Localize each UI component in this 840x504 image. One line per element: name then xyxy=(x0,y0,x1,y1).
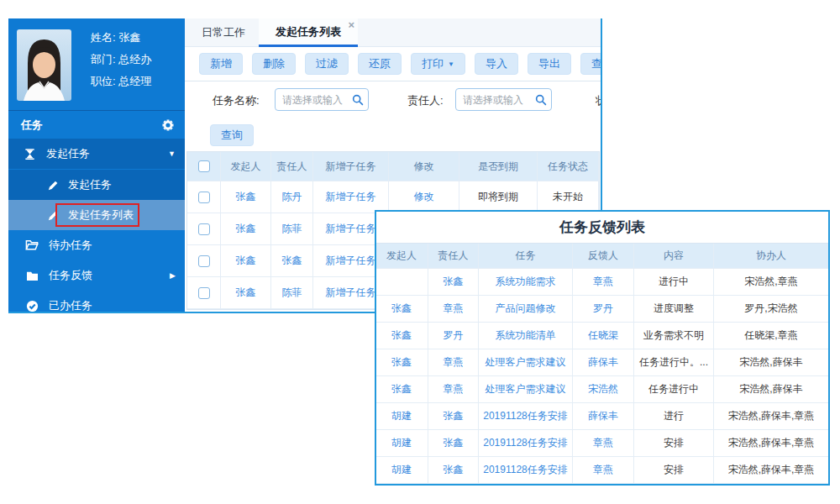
cell-link[interactable]: 张鑫 xyxy=(236,254,256,268)
cell-link[interactable]: 陈丹 xyxy=(282,190,302,204)
cell-link[interactable]: 薛保丰 xyxy=(588,355,618,370)
cell-link[interactable]: 张鑫 xyxy=(391,355,412,370)
text-cell: 进行中 xyxy=(634,269,714,296)
search-icon[interactable] xyxy=(352,94,364,109)
cell-link[interactable]: 章燕 xyxy=(444,382,464,396)
sidebar-item-initiate-task[interactable]: 发起任务 xyxy=(8,170,185,200)
sidebar-item-pending-tasks[interactable]: 待办任务 xyxy=(8,230,185,260)
cell-link[interactable]: 新增子任务 xyxy=(326,222,376,236)
link-cell: 新增子任务 xyxy=(313,181,389,213)
filter-bar: 任务名称: 责任人: 状态: xyxy=(185,81,601,119)
link-cell: 胡建 xyxy=(375,430,428,457)
owner-field xyxy=(455,88,552,111)
link-cell: 章燕 xyxy=(428,349,479,376)
sidebar-section-tasks: 任务 xyxy=(8,110,185,139)
cell-link[interactable]: 20191128任务安排 xyxy=(483,436,568,450)
cell-link[interactable]: 张鑫 xyxy=(236,190,256,204)
link-cell: 处理客户需求建议 xyxy=(479,349,573,376)
chevron-down-icon[interactable]: ▼ xyxy=(168,150,176,158)
cell-link[interactable]: 处理客户需求建议 xyxy=(486,382,566,396)
row-checkbox[interactable] xyxy=(198,287,210,299)
view-log-button[interactable]: 查看日志 xyxy=(580,53,601,75)
link-cell: 罗丹 xyxy=(573,296,634,323)
link-cell: 张鑫 xyxy=(221,213,271,245)
cell-link[interactable]: 修改 xyxy=(414,190,434,204)
cell-link[interactable]: 20191128任务安排 xyxy=(483,463,568,477)
cell-link[interactable]: 系统功能需求 xyxy=(496,275,556,289)
close-icon[interactable]: × xyxy=(348,19,354,31)
sidebar-item-completed-tasks[interactable]: 已办任务 xyxy=(8,291,185,312)
cell-link[interactable]: 张鑫 xyxy=(391,328,412,343)
sidebar-item-task-feedback[interactable]: 任务反馈 ▶ xyxy=(8,260,185,291)
cell-link[interactable]: 陈菲 xyxy=(282,222,302,236)
cell-link[interactable]: 罗丹 xyxy=(444,328,464,343)
search-icon[interactable] xyxy=(535,94,547,109)
text-cell: 宋浩然,薛保丰,章燕 xyxy=(714,457,829,484)
cell-link[interactable]: 章燕 xyxy=(593,463,613,477)
cell-link[interactable]: 章燕 xyxy=(444,302,464,316)
header-checkbox-cell xyxy=(187,152,221,181)
cell-link[interactable]: 张鑫 xyxy=(391,302,412,316)
cell-link[interactable]: 章燕 xyxy=(593,275,613,289)
cell-link[interactable]: 20191128任务安排 xyxy=(483,409,568,423)
cell-link[interactable]: 新增子任务 xyxy=(326,190,376,204)
export-button[interactable]: 导出 xyxy=(528,53,571,75)
table-header-row: 发起人责任人新增子任务修改是否到期任务状态 xyxy=(187,152,599,181)
cell-link[interactable]: 陈菲 xyxy=(282,286,302,300)
row-checkbox[interactable] xyxy=(198,255,210,267)
cell-link[interactable]: 张鑫 xyxy=(236,286,256,300)
gear-icon[interactable] xyxy=(161,118,175,134)
sidebar-item-initiate-task-parent[interactable]: 发起任务 ▼ xyxy=(8,139,185,169)
cell-link[interactable]: 薛保丰 xyxy=(588,409,618,423)
cell-link[interactable]: 新增子任务 xyxy=(326,286,376,300)
cell-link[interactable]: 产品问题修改 xyxy=(496,302,556,316)
feedback-table: 发起人责任人任务反馈人内容协办人张鑫系统功能需求章燕进行中宋浩然,章燕张鑫章燕产… xyxy=(375,243,829,485)
cell-link[interactable]: 胡建 xyxy=(391,409,412,423)
delete-button[interactable]: 删除 xyxy=(252,53,296,75)
cell-link[interactable]: 章燕 xyxy=(593,436,613,450)
cell-link[interactable]: 宋浩然 xyxy=(588,382,618,396)
cell-link[interactable]: 系统功能清单 xyxy=(496,328,556,343)
cell-link[interactable]: 新增子任务 xyxy=(326,254,376,268)
cell-link[interactable]: 张鑫 xyxy=(391,382,412,396)
cell-link[interactable]: 张鑫 xyxy=(282,254,302,268)
link-cell: 任晓渠 xyxy=(573,323,634,349)
column-header: 内容 xyxy=(634,244,714,269)
text-cell: 业务需求不明 xyxy=(634,323,714,349)
text-cell: 任务进行中。... xyxy=(634,349,714,376)
cell-link[interactable]: 任晓渠 xyxy=(588,328,618,343)
cell-link[interactable]: 张鑫 xyxy=(444,436,464,450)
cell-link[interactable]: 处理客户需求建议 xyxy=(486,355,566,370)
add-button[interactable]: 新增 xyxy=(199,53,243,75)
cell-link[interactable]: 张鑫 xyxy=(444,409,464,423)
row-checkbox[interactable] xyxy=(198,192,210,203)
cell-link[interactable]: 罗丹 xyxy=(593,302,613,316)
table-row: 胡建张鑫20191128任务安排章燕安排宋浩然,薛保丰,章燕 xyxy=(375,457,829,484)
cell-link[interactable]: 张鑫 xyxy=(444,463,464,477)
restore-button[interactable]: 还原 xyxy=(358,53,402,75)
cell-link[interactable]: 胡建 xyxy=(391,436,412,450)
query-button[interactable]: 查询 xyxy=(210,124,254,146)
sidebar-item-label: 待办任务 xyxy=(49,238,92,253)
tab-initiate-task-list[interactable]: 发起任务列表 × xyxy=(259,18,358,47)
print-button[interactable]: 打印▼ xyxy=(411,53,465,75)
column-header: 任务状态 xyxy=(538,152,599,181)
chevron-right-icon[interactable]: ▶ xyxy=(170,271,176,280)
tab-daily-work[interactable]: 日常工作 xyxy=(193,18,254,47)
cell-link[interactable]: 章燕 xyxy=(444,355,464,370)
toolbar: 新增 删除 过滤 还原 打印▼ 导入 导出 查看日志 xyxy=(185,47,601,81)
tab-label: 日常工作 xyxy=(202,25,245,40)
sidebar-item-initiate-task-list[interactable]: 发起任务列表 xyxy=(8,200,185,230)
link-cell: 张鑫 xyxy=(375,296,428,323)
tab-bar: 日常工作 发起任务列表 × xyxy=(185,18,601,47)
check-circle-icon xyxy=(25,300,39,312)
import-button[interactable]: 导入 xyxy=(475,53,518,75)
select-all-checkbox[interactable] xyxy=(198,160,210,172)
cell-link[interactable]: 张鑫 xyxy=(444,275,464,289)
row-checkbox[interactable] xyxy=(198,223,210,235)
link-cell: 张鑫 xyxy=(375,349,428,376)
cell-link[interactable]: 胡建 xyxy=(391,463,412,477)
link-cell: 薛保丰 xyxy=(573,403,634,430)
filter-button[interactable]: 过滤 xyxy=(305,53,349,75)
cell-link[interactable]: 张鑫 xyxy=(236,222,256,236)
